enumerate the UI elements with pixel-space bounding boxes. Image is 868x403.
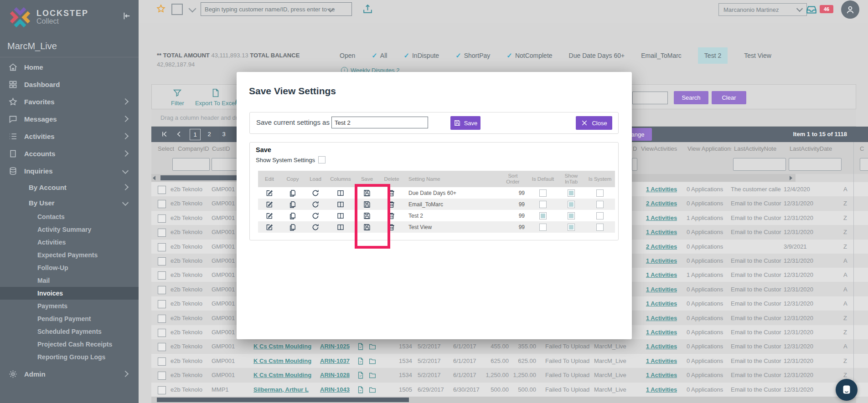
sidebar-item-contacts[interactable]: Contacts — [0, 210, 139, 223]
is-default-checkbox[interactable] — [539, 201, 547, 208]
save-button[interactable]: Save — [450, 116, 480, 130]
user-select[interactable]: Marcanonio Martinez — [718, 3, 807, 16]
columns-columns-icon[interactable] — [336, 212, 345, 220]
sidebar-item-invoices[interactable]: Invoices — [0, 287, 139, 300]
cell-view-activities-link[interactable]: 2 Activities — [646, 196, 677, 210]
sidebar-item-activity-summary[interactable]: Activity Summary — [0, 223, 139, 236]
row-checkbox[interactable] — [158, 186, 166, 194]
row-checkbox[interactable] — [158, 315, 166, 323]
clear-button[interactable]: Clear — [712, 91, 746, 104]
sidebar-item-dashboard[interactable]: Dashboard — [0, 76, 139, 93]
page-1[interactable]: 1 — [190, 129, 201, 140]
sidebar-item-accounts[interactable]: Accounts — [0, 145, 139, 162]
table-row[interactable]: e2b TeknoloGMP001K Cs Cstm MouldingARIN-… — [151, 368, 868, 382]
column-filter-input[interactable] — [789, 158, 842, 171]
is-system-checkbox[interactable] — [596, 224, 604, 231]
table-row[interactable]: e2b TeknoloMMP1Silberman, Arthur LARIN-1… — [151, 383, 868, 397]
row-checkbox[interactable] — [158, 286, 166, 294]
close-button[interactable]: Close — [576, 116, 612, 130]
cell-customer-name-link[interactable]: K Cs Cstm Moulding — [253, 339, 311, 353]
tab-test-2[interactable]: Test 2 — [698, 47, 728, 64]
cell-view-activities-link[interactable]: 1 Activities — [646, 282, 677, 296]
filter-button[interactable]: Filter — [171, 88, 184, 107]
sidebar-item-mail[interactable]: Mail — [0, 274, 139, 287]
cell-view-activities-link[interactable]: 1 Activities — [646, 296, 677, 311]
show-system-settings-checkbox[interactable] — [318, 156, 326, 163]
sidebar-item-favorites[interactable]: Favorites — [0, 93, 139, 110]
first-page-icon[interactable] — [160, 130, 168, 138]
column-filter-input[interactable] — [172, 158, 210, 171]
cell-customer-name-link[interactable]: K Cs Cstm Moulding — [253, 354, 311, 368]
column-header-viewactivities[interactable]: ViewActivities — [641, 145, 677, 152]
save-as-input[interactable] — [331, 117, 428, 128]
tab-test-view[interactable]: Test View — [744, 52, 771, 59]
column-header-companyid[interactable]: CompanyID — [178, 145, 209, 152]
row-checkbox[interactable] — [158, 200, 166, 208]
cell-view-activities-link[interactable]: 1 Activities — [646, 325, 677, 339]
row-checkbox[interactable] — [158, 372, 166, 380]
sidebar-item-scheduled-payments[interactable]: Scheduled Payments — [0, 325, 139, 338]
cell-invoice-link[interactable]: ARIN-1037 — [320, 354, 350, 368]
copy-copy-icon[interactable] — [289, 223, 297, 231]
sidebar-item-expected-payments[interactable]: Expected Payments — [0, 249, 139, 261]
sidebar-item-follow-up[interactable]: Follow-Up — [0, 261, 139, 274]
copy-copy-icon[interactable] — [289, 189, 297, 197]
cell-customer-name-link[interactable]: K Cs Cstm Moulding — [253, 368, 311, 382]
cell-customer-name-link[interactable]: Silberman, Arthur L — [253, 383, 309, 397]
load-refresh-icon[interactable] — [311, 189, 320, 197]
edit-edit-icon[interactable] — [265, 212, 274, 220]
cell-view-activities-link[interactable]: 1 Activities — [646, 225, 677, 239]
columns-columns-icon[interactable] — [336, 223, 345, 231]
cell-invoice-link[interactable]: ARIN-1043 — [320, 383, 350, 397]
sidebar-item-activities[interactable]: Activities — [0, 236, 139, 249]
show-intab-checkbox[interactable] — [568, 189, 575, 197]
page-2[interactable]: 2 — [204, 129, 214, 139]
row-checkbox[interactable] — [158, 271, 166, 280]
weekly-disputes-banner[interactable]: i Weekly Disputes 2 — [341, 67, 399, 72]
show-intab-checkbox[interactable] — [568, 212, 575, 219]
cell-view-activities-link[interactable]: 1 Activities — [646, 211, 677, 225]
sidebar-item-inquiries[interactable]: Inquiries — [0, 162, 139, 179]
columns-columns-icon[interactable] — [336, 189, 345, 197]
column-header-custid[interactable]: CustID — [212, 145, 230, 152]
scroll-right-icon[interactable] — [790, 176, 792, 180]
pdf-document-icon[interactable] — [356, 342, 365, 351]
sidebar-item-by-user[interactable]: By User — [0, 195, 139, 210]
row-checkbox[interactable] — [158, 329, 166, 337]
is-system-checkbox[interactable] — [596, 189, 604, 197]
sidebar-item-payments[interactable]: Payments — [0, 300, 139, 312]
row-checkbox[interactable] — [158, 229, 166, 237]
chevron-down-icon[interactable] — [189, 5, 196, 13]
upload-icon[interactable] — [362, 3, 373, 15]
row-checkbox[interactable] — [158, 357, 166, 366]
is-default-checkbox[interactable] — [539, 224, 547, 231]
column-header-lastactivitynote[interactable]: LastActivityNote — [734, 145, 776, 152]
tab-notcomplete[interactable]: ✓NotComplete — [506, 51, 552, 60]
column-filter-input[interactable] — [860, 158, 868, 171]
previous-page-icon[interactable] — [175, 130, 183, 138]
cell-view-activities-link[interactable]: 1 Activities — [646, 354, 677, 368]
is-default-checkbox[interactable] — [539, 189, 547, 197]
export-to-excel-button[interactable]: Export To Excel — [188, 88, 243, 107]
search-button[interactable]: Search — [674, 91, 708, 104]
copy-copy-icon[interactable] — [289, 212, 297, 220]
tab-due-date-days-60[interactable]: Due Date Days 60+ — [569, 52, 625, 59]
cell-view-activities-link[interactable]: 1 Activities — [646, 182, 677, 196]
sidebar-collapse-icon[interactable] — [121, 11, 131, 21]
load-refresh-icon[interactable] — [311, 223, 320, 231]
sidebar-item-by-account[interactable]: By Account — [0, 179, 139, 195]
column-header-c[interactable]: C — [860, 145, 864, 152]
folder-icon[interactable] — [368, 357, 377, 365]
chat-widget-button[interactable] — [836, 379, 858, 401]
table-row[interactable]: e2b TeknoloGMP001K Cs Cstm MouldingARIN-… — [151, 339, 868, 353]
folder-icon[interactable] — [368, 386, 377, 394]
sidebar-item-messages[interactable]: Messages — [0, 110, 139, 128]
page-3[interactable]: 3 — [219, 129, 229, 139]
cell-invoice-link[interactable]: ARIN-1025 — [320, 339, 350, 353]
pdf-document-icon[interactable] — [356, 386, 365, 394]
sidebar-item-pending-payment[interactable]: Pending Payment — [0, 312, 139, 325]
column-header-d[interactable]: D — [633, 145, 637, 152]
cell-view-activities-link[interactable]: 1 Activities — [646, 254, 677, 268]
row-checkbox[interactable] — [158, 243, 166, 251]
cell-view-activities-link[interactable]: 2 Activities — [646, 240, 677, 254]
